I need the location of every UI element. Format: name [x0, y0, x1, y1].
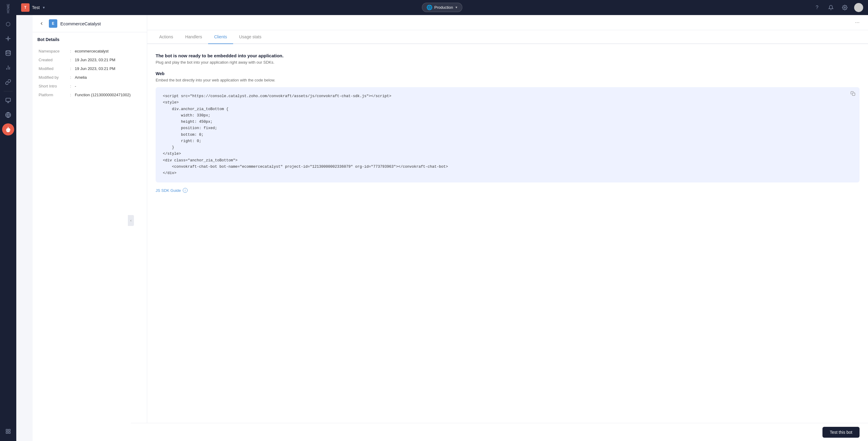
settings-button[interactable] — [840, 3, 849, 12]
bot-avatar: E — [49, 19, 57, 28]
svg-rect-9 — [852, 93, 855, 96]
nav-monitor[interactable] — [2, 94, 14, 106]
svg-point-0 — [7, 38, 9, 39]
label-modified-by: Modified by — [37, 73, 67, 82]
value-created: 19 Jun 2023, 03:21 PM — [73, 56, 142, 64]
table-row: Modified : 19 Jun 2023, 03:21 PM — [37, 64, 142, 73]
more-options-button[interactable]: ··· — [852, 18, 862, 27]
value-platform: Function (12130000002471002) — [73, 91, 142, 99]
svg-point-1 — [6, 51, 10, 52]
colon: : — [67, 56, 73, 64]
nav-analytics[interactable] — [2, 62, 14, 73]
colon: : — [67, 82, 73, 91]
tab-clients[interactable]: Clients — [208, 30, 233, 44]
nav-bot[interactable] — [2, 123, 14, 135]
tab-actions[interactable]: Actions — [153, 30, 179, 44]
web-section-title: Web — [156, 71, 860, 76]
content-area: The bot is now ready to be embedded into… — [147, 44, 868, 441]
colon: : — [67, 47, 73, 56]
section-title: Bot Details — [37, 37, 142, 42]
panel-collapse-button[interactable]: ‹ — [128, 215, 134, 226]
top-header: T Test ▼ 🌐 Production ▼ ? — [16, 0, 868, 15]
app-name[interactable]: T Test ▼ — [21, 3, 45, 12]
tab-usage-stats[interactable]: Usage stats — [233, 30, 268, 44]
value-modified: 19 Jun 2023, 03:21 PM — [73, 64, 142, 73]
value-short-intro: - — [73, 82, 142, 91]
help-button[interactable]: ? — [812, 3, 822, 12]
table-row: Platform : Function (12130000002471002) — [37, 91, 142, 99]
value-namespace: ecommercecatalyst — [73, 47, 142, 56]
app-chevron-icon[interactable]: ▼ — [42, 6, 45, 9]
colon: : — [67, 91, 73, 99]
header-actions: ? — [812, 3, 863, 12]
env-label: Production — [434, 5, 453, 10]
embed-subtitle: Plug and play the bot into your applicat… — [156, 60, 860, 65]
right-panel-header: ··· — [147, 15, 868, 30]
info-icon: i — [183, 188, 188, 193]
nav-grid[interactable] — [2, 425, 14, 437]
sdk-link-text: JS SDK Guide — [156, 188, 181, 193]
app-name-text: Test — [32, 5, 40, 10]
nav-divider — [4, 91, 13, 91]
env-selector[interactable]: 🌐 Production ▼ — [422, 3, 462, 12]
back-button[interactable] — [37, 19, 46, 28]
tab-handlers[interactable]: Handlers — [179, 30, 208, 44]
label-namespace: Namespace — [37, 47, 67, 56]
nav-flow[interactable] — [2, 33, 14, 45]
left-panel-header: E EcommerceCatalyst — [33, 15, 147, 32]
svg-rect-5 — [9, 429, 10, 431]
colon: : — [67, 64, 73, 73]
table-row: Created : 19 Jun 2023, 03:21 PM — [37, 56, 142, 64]
app-avatar: T — [21, 3, 30, 12]
sdk-guide-link[interactable]: JS SDK Guide i — [156, 188, 188, 193]
user-avatar[interactable] — [854, 3, 863, 12]
tabs-bar: Actions Handlers Clients Usage stats — [147, 30, 868, 44]
value-modified-by: Amelia — [73, 73, 142, 82]
embed-title: The bot is now ready to be embedded into… — [156, 53, 860, 58]
nav-home[interactable]: ⬡ — [2, 18, 14, 30]
nav-data[interactable] — [2, 47, 14, 59]
web-section-desc: Embed the bot directly into your web app… — [156, 78, 860, 82]
left-panel: E EcommerceCatalyst Bot Details Namespac… — [33, 15, 147, 441]
bell-button[interactable] — [826, 3, 835, 12]
nav-deploy[interactable] — [2, 109, 14, 121]
detail-table: Namespace : ecommercecatalyst Created : … — [37, 47, 142, 99]
bottom-bar: Test this bot — [131, 423, 868, 441]
svg-rect-2 — [6, 98, 10, 102]
main-container: E EcommerceCatalyst Bot Details Namespac… — [33, 15, 868, 441]
svg-rect-7 — [9, 432, 10, 434]
code-block: <script src="https://console.catalyst.zo… — [156, 87, 860, 183]
label-platform: Platform — [37, 91, 67, 99]
copy-icon[interactable] — [850, 91, 855, 99]
label-modified: Modified — [37, 64, 67, 73]
label-created: Created — [37, 56, 67, 64]
colon: : — [67, 73, 73, 82]
left-panel-body: Bot Details Namespace : ecommercecatalys… — [33, 32, 147, 104]
svg-rect-4 — [6, 429, 7, 431]
right-panel: ··· Actions Handlers Clients Usage stats… — [147, 15, 868, 441]
env-selector-container: 🌐 Production ▼ — [422, 3, 462, 12]
services-sidebar: home ⬡ — [0, 0, 16, 441]
test-bot-button[interactable]: Test this bot — [823, 427, 860, 438]
nav-connect[interactable] — [2, 76, 14, 88]
label-short-intro: Short Intro — [37, 82, 67, 91]
table-row: Modified by : Amelia — [37, 73, 142, 82]
globe-icon: 🌐 — [427, 4, 433, 10]
services-label: home — [7, 0, 10, 17]
table-row: Short Intro : - — [37, 82, 142, 91]
bot-name: EcommerceCatalyst — [60, 21, 101, 26]
svg-rect-6 — [6, 432, 7, 434]
env-chevron-icon: ▼ — [455, 6, 458, 9]
svg-point-8 — [844, 7, 846, 8]
table-row: Namespace : ecommercecatalyst — [37, 47, 142, 56]
